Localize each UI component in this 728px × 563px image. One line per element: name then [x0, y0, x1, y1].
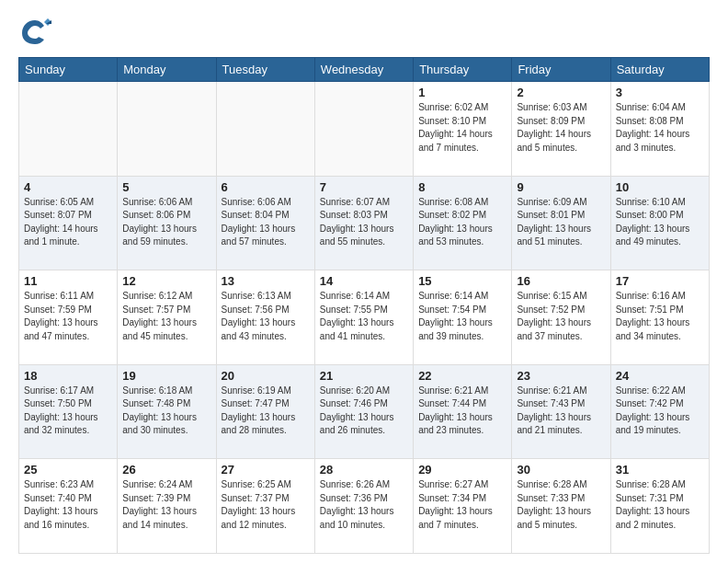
- calendar-day-cell: 21Sunrise: 6:20 AM Sunset: 7:46 PM Dayli…: [314, 364, 413, 459]
- calendar-day-cell: [216, 82, 314, 177]
- calendar-day-cell: 15Sunrise: 6:14 AM Sunset: 7:54 PM Dayli…: [414, 270, 512, 365]
- calendar-day-cell: 17Sunrise: 6:16 AM Sunset: 7:51 PM Dayli…: [610, 270, 709, 365]
- day-number: 26: [122, 463, 210, 477]
- day-number: 28: [320, 463, 408, 477]
- calendar-day-cell: 27Sunrise: 6:25 AM Sunset: 7:37 PM Dayli…: [216, 459, 314, 554]
- day-info: Sunrise: 6:16 AM Sunset: 7:51 PM Dayligh…: [616, 290, 704, 343]
- calendar-day-cell: 11Sunrise: 6:11 AM Sunset: 7:59 PM Dayli…: [19, 270, 118, 365]
- day-number: 5: [122, 180, 210, 194]
- calendar-header-friday: Friday: [512, 58, 610, 82]
- day-info: Sunrise: 6:06 AM Sunset: 8:04 PM Dayligh…: [222, 196, 310, 249]
- calendar-day-cell: 23Sunrise: 6:21 AM Sunset: 7:43 PM Dayli…: [512, 364, 610, 459]
- calendar-day-cell: 22Sunrise: 6:21 AM Sunset: 7:44 PM Dayli…: [414, 364, 512, 459]
- calendar-header-row: SundayMondayTuesdayWednesdayThursdayFrid…: [19, 58, 710, 82]
- calendar-header-wednesday: Wednesday: [314, 58, 413, 82]
- day-info: Sunrise: 6:09 AM Sunset: 8:01 PM Dayligh…: [517, 196, 605, 249]
- day-number: 12: [122, 274, 210, 288]
- day-info: Sunrise: 6:28 AM Sunset: 7:33 PM Dayligh…: [517, 478, 605, 532]
- day-info: Sunrise: 6:13 AM Sunset: 7:56 PM Dayligh…: [222, 290, 310, 343]
- day-info: Sunrise: 6:05 AM Sunset: 8:07 PM Dayligh…: [24, 196, 112, 249]
- calendar-header-monday: Monday: [118, 58, 216, 82]
- day-number: 18: [24, 369, 112, 383]
- day-info: Sunrise: 6:11 AM Sunset: 7:59 PM Dayligh…: [24, 290, 112, 343]
- day-number: 19: [122, 369, 210, 383]
- day-info: Sunrise: 6:06 AM Sunset: 8:06 PM Dayligh…: [122, 196, 210, 249]
- calendar-day-cell: 7Sunrise: 6:07 AM Sunset: 8:03 PM Daylig…: [314, 176, 413, 270]
- day-number: 17: [616, 274, 704, 288]
- calendar-day-cell: 29Sunrise: 6:27 AM Sunset: 7:34 PM Dayli…: [414, 459, 512, 554]
- calendar-header-tuesday: Tuesday: [216, 58, 314, 82]
- logo-icon: [18, 15, 51, 48]
- calendar-day-cell: 18Sunrise: 6:17 AM Sunset: 7:50 PM Dayli…: [19, 364, 118, 459]
- day-number: 27: [222, 463, 310, 477]
- calendar-day-cell: [314, 82, 413, 177]
- calendar-week-row: 1Sunrise: 6:02 AM Sunset: 8:10 PM Daylig…: [19, 82, 710, 177]
- day-info: Sunrise: 6:18 AM Sunset: 7:48 PM Dayligh…: [122, 385, 210, 438]
- calendar-day-cell: 26Sunrise: 6:24 AM Sunset: 7:39 PM Dayli…: [118, 459, 216, 554]
- calendar-day-cell: 30Sunrise: 6:28 AM Sunset: 7:33 PM Dayli…: [512, 459, 610, 554]
- day-info: Sunrise: 6:23 AM Sunset: 7:40 PM Dayligh…: [24, 478, 112, 532]
- day-number: 16: [517, 274, 605, 288]
- day-info: Sunrise: 6:14 AM Sunset: 7:54 PM Dayligh…: [418, 290, 506, 343]
- day-info: Sunrise: 6:21 AM Sunset: 7:44 PM Dayligh…: [418, 385, 506, 438]
- day-number: 29: [418, 463, 506, 477]
- calendar-day-cell: [118, 82, 216, 177]
- day-number: 3: [616, 86, 704, 99]
- day-info: Sunrise: 6:22 AM Sunset: 7:42 PM Dayligh…: [616, 385, 704, 438]
- calendar-day-cell: 2Sunrise: 6:03 AM Sunset: 8:09 PM Daylig…: [512, 82, 610, 177]
- calendar-day-cell: 4Sunrise: 6:05 AM Sunset: 8:07 PM Daylig…: [19, 176, 118, 270]
- calendar-day-cell: 28Sunrise: 6:26 AM Sunset: 7:36 PM Dayli…: [314, 459, 413, 554]
- day-number: 14: [320, 274, 408, 288]
- day-info: Sunrise: 6:03 AM Sunset: 8:09 PM Dayligh…: [517, 101, 605, 155]
- calendar-week-row: 11Sunrise: 6:11 AM Sunset: 7:59 PM Dayli…: [19, 270, 710, 365]
- day-number: 8: [418, 180, 506, 194]
- day-info: Sunrise: 6:19 AM Sunset: 7:47 PM Dayligh…: [222, 385, 310, 438]
- day-info: Sunrise: 6:07 AM Sunset: 8:03 PM Dayligh…: [320, 196, 408, 249]
- day-info: Sunrise: 6:15 AM Sunset: 7:52 PM Dayligh…: [517, 290, 605, 343]
- day-info: Sunrise: 6:04 AM Sunset: 8:08 PM Dayligh…: [616, 101, 704, 155]
- calendar-day-cell: 6Sunrise: 6:06 AM Sunset: 8:04 PM Daylig…: [216, 176, 314, 270]
- day-number: 25: [24, 463, 112, 477]
- day-info: Sunrise: 6:17 AM Sunset: 7:50 PM Dayligh…: [24, 385, 112, 438]
- day-number: 24: [616, 369, 704, 383]
- calendar-day-cell: 25Sunrise: 6:23 AM Sunset: 7:40 PM Dayli…: [19, 459, 118, 554]
- day-number: 9: [517, 180, 605, 194]
- day-info: Sunrise: 6:21 AM Sunset: 7:43 PM Dayligh…: [517, 385, 605, 438]
- day-info: Sunrise: 6:25 AM Sunset: 7:37 PM Dayligh…: [222, 478, 310, 532]
- calendar-day-cell: 13Sunrise: 6:13 AM Sunset: 7:56 PM Dayli…: [216, 270, 314, 365]
- calendar-day-cell: 8Sunrise: 6:08 AM Sunset: 8:02 PM Daylig…: [414, 176, 512, 270]
- day-info: Sunrise: 6:24 AM Sunset: 7:39 PM Dayligh…: [122, 478, 210, 532]
- day-number: 15: [418, 274, 506, 288]
- calendar-day-cell: 1Sunrise: 6:02 AM Sunset: 8:10 PM Daylig…: [414, 82, 512, 177]
- page: SundayMondayTuesdayWednesdayThursdayFrid…: [0, 0, 728, 563]
- day-number: 6: [222, 180, 310, 194]
- calendar-day-cell: 5Sunrise: 6:06 AM Sunset: 8:06 PM Daylig…: [118, 176, 216, 270]
- day-info: Sunrise: 6:28 AM Sunset: 7:31 PM Dayligh…: [616, 478, 704, 532]
- day-info: Sunrise: 6:02 AM Sunset: 8:10 PM Dayligh…: [418, 101, 506, 155]
- day-number: 7: [320, 180, 408, 194]
- day-number: 1: [418, 86, 506, 99]
- day-number: 2: [517, 86, 605, 99]
- day-number: 10: [616, 180, 704, 194]
- day-number: 4: [24, 180, 112, 194]
- calendar-day-cell: 3Sunrise: 6:04 AM Sunset: 8:08 PM Daylig…: [610, 82, 709, 177]
- calendar-table: SundayMondayTuesdayWednesdayThursdayFrid…: [18, 57, 710, 554]
- calendar-header-saturday: Saturday: [610, 58, 709, 82]
- day-info: Sunrise: 6:26 AM Sunset: 7:36 PM Dayligh…: [320, 478, 408, 532]
- calendar-day-cell: 20Sunrise: 6:19 AM Sunset: 7:47 PM Dayli…: [216, 364, 314, 459]
- day-number: 20: [222, 369, 310, 383]
- calendar-week-row: 4Sunrise: 6:05 AM Sunset: 8:07 PM Daylig…: [19, 176, 710, 270]
- calendar-header-sunday: Sunday: [19, 58, 118, 82]
- day-number: 11: [24, 274, 112, 288]
- calendar-day-cell: 19Sunrise: 6:18 AM Sunset: 7:48 PM Dayli…: [118, 364, 216, 459]
- calendar-day-cell: 12Sunrise: 6:12 AM Sunset: 7:57 PM Dayli…: [118, 270, 216, 365]
- logo: [18, 15, 55, 48]
- calendar-day-cell: [19, 82, 118, 177]
- calendar-header-thursday: Thursday: [414, 58, 512, 82]
- calendar-day-cell: 16Sunrise: 6:15 AM Sunset: 7:52 PM Dayli…: [512, 270, 610, 365]
- day-number: 21: [320, 369, 408, 383]
- day-info: Sunrise: 6:08 AM Sunset: 8:02 PM Dayligh…: [418, 196, 506, 249]
- day-info: Sunrise: 6:14 AM Sunset: 7:55 PM Dayligh…: [320, 290, 408, 343]
- calendar-day-cell: 10Sunrise: 6:10 AM Sunset: 8:00 PM Dayli…: [610, 176, 709, 270]
- day-info: Sunrise: 6:27 AM Sunset: 7:34 PM Dayligh…: [418, 478, 506, 532]
